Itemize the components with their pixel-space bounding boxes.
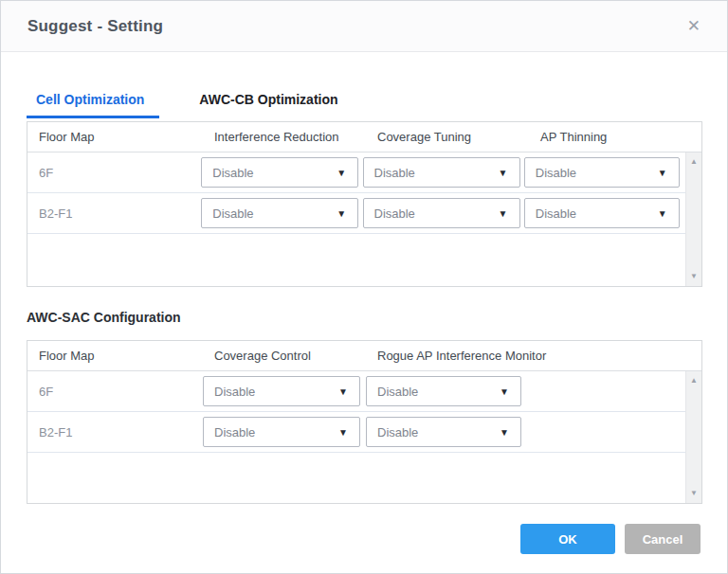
coverage-control-select[interactable]: Disable ▼ (203, 376, 360, 406)
column-header-floor-map: Floor Map (27, 349, 203, 363)
scroll-up-icon[interactable]: ▲ (686, 374, 701, 387)
rogue-ap-interference-monitor-select[interactable]: Disable ▼ (366, 417, 521, 447)
dropdown-arrow-icon: ▼ (499, 208, 508, 219)
column-header-floor-map: Floor Map (27, 130, 203, 144)
rogue-ap-interference-monitor-select[interactable]: Disable ▼ (366, 376, 521, 406)
dialog-footer: OK Cancel (1, 524, 727, 554)
vertical-scrollbar[interactable]: ▲ ▼ (685, 152, 701, 286)
tab-cell-optimization[interactable]: Cell Optimization (27, 92, 159, 118)
select-value: Disable (214, 385, 255, 399)
close-icon[interactable]: ✕ (687, 18, 701, 34)
column-header-interference-reduction: Interference Reduction (203, 130, 366, 144)
select-value: Disable (212, 166, 253, 180)
ap-thinning-select[interactable]: Disable ▼ (524, 157, 680, 188)
select-value: Disable (212, 206, 253, 221)
awc-sac-configuration-table: Floor Map Coverage Control Rogue AP Inte… (27, 340, 702, 504)
table-header-row: Floor Map Interference Reduction Coverag… (27, 122, 701, 152)
floor-map-label: B2-F1 (27, 425, 203, 439)
dropdown-arrow-icon: ▼ (337, 208, 346, 219)
column-header-ap-thinning: AP Thinning (529, 130, 701, 144)
column-header-coverage-tuning: Coverage Tuning (366, 130, 529, 144)
table-row: 6F Disable ▼ Disable ▼ (27, 371, 685, 412)
floor-map-label: 6F (27, 385, 203, 399)
dropdown-arrow-icon: ▼ (658, 208, 667, 219)
dialog-title: Suggest - Setting (27, 17, 163, 36)
cell-optimization-table: Floor Map Interference Reduction Coverag… (27, 121, 702, 287)
table-body: 6F Disable ▼ Disable ▼ (27, 152, 701, 286)
select-value: Disable (214, 425, 255, 439)
ap-thinning-select[interactable]: Disable ▼ (524, 198, 680, 228)
scroll-down-icon[interactable]: ▼ (686, 487, 701, 500)
floor-map-label: B2-F1 (27, 206, 201, 221)
dropdown-arrow-icon: ▼ (658, 168, 667, 178)
ok-button[interactable]: OK (520, 524, 615, 554)
table-row: B2-F1 Disable ▼ Disable ▼ (27, 193, 685, 234)
tab-awc-cb-optimization[interactable]: AWC-CB Optimization (190, 92, 353, 118)
select-value: Disable (377, 425, 418, 439)
dropdown-arrow-icon: ▼ (500, 386, 509, 397)
table-row: B2-F1 Disable ▼ Disable ▼ (27, 412, 685, 453)
dropdown-arrow-icon: ▼ (499, 168, 508, 178)
interference-reduction-select[interactable]: Disable ▼ (201, 157, 358, 188)
suggest-setting-dialog: Suggest - Setting ✕ Cell Optimization AW… (0, 0, 728, 574)
coverage-tuning-select[interactable]: Disable ▼ (363, 157, 520, 188)
table-row: 6F Disable ▼ Disable ▼ (27, 152, 685, 193)
dropdown-arrow-icon: ▼ (338, 386, 348, 397)
interference-reduction-select[interactable]: Disable ▼ (201, 198, 358, 228)
dropdown-arrow-icon: ▼ (338, 427, 348, 438)
awc-sac-configuration-heading: AWC-SAC Configuration (27, 310, 701, 325)
coverage-control-select[interactable]: Disable ▼ (203, 417, 360, 447)
dialog-header: Suggest - Setting ✕ (1, 1, 727, 52)
scroll-up-icon[interactable]: ▲ (686, 155, 701, 169)
dropdown-arrow-icon: ▼ (337, 168, 346, 178)
vertical-scrollbar[interactable]: ▲ ▼ (685, 371, 701, 503)
select-value: Disable (374, 166, 415, 180)
floor-map-label: 6F (27, 166, 201, 180)
column-header-rogue-ap-interference-monitor: Rogue AP Interference Monitor (366, 349, 701, 363)
table-body: 6F Disable ▼ Disable ▼ (27, 371, 701, 503)
select-value: Disable (536, 206, 576, 221)
dropdown-arrow-icon: ▼ (500, 427, 509, 438)
coverage-tuning-select[interactable]: Disable ▼ (363, 198, 520, 228)
select-value: Disable (377, 385, 418, 399)
cancel-button[interactable]: Cancel (625, 524, 701, 554)
select-value: Disable (536, 166, 576, 180)
dialog-body: Cell Optimization AWC-CB Optimization Fl… (1, 92, 727, 504)
column-header-coverage-control: Coverage Control (203, 349, 366, 363)
scroll-down-icon[interactable]: ▼ (686, 270, 701, 283)
select-value: Disable (374, 206, 415, 221)
tab-bar: Cell Optimization AWC-CB Optimization (27, 92, 701, 118)
table-header-row: Floor Map Coverage Control Rogue AP Inte… (27, 341, 701, 371)
